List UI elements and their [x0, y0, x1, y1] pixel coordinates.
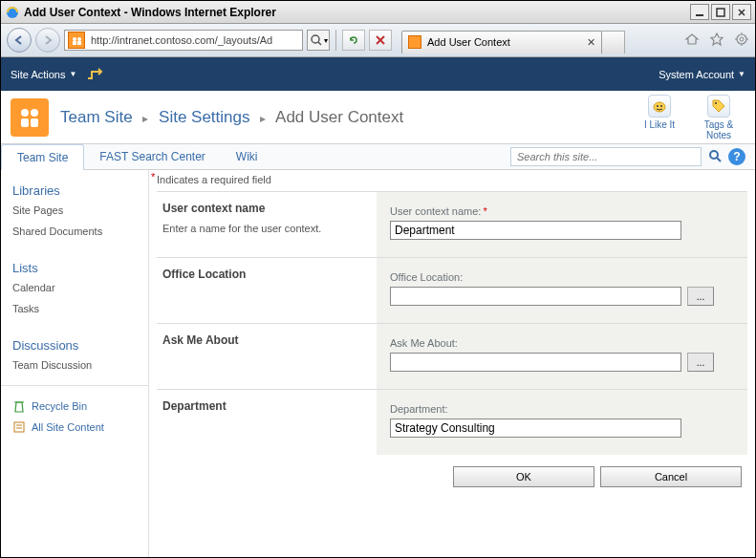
- office-location-browse[interactable]: ...: [687, 287, 714, 306]
- section-ask-me-about: Ask Me About Ask Me About: ...: [157, 323, 747, 389]
- chevron-down-icon: ▼: [738, 70, 745, 78]
- site-logo[interactable]: [11, 98, 49, 137]
- svg-point-5: [73, 37, 76, 41]
- nav-team-discussion[interactable]: Team Discussion: [1, 354, 148, 376]
- site-actions-menu[interactable]: Site Actions ▼: [11, 69, 76, 80]
- browser-tab[interactable]: Add User Context ✕: [401, 31, 602, 54]
- tags-icon: [707, 95, 730, 118]
- close-button[interactable]: [732, 4, 751, 20]
- svg-point-26: [715, 102, 717, 104]
- tab-label: Add User Context: [427, 36, 510, 48]
- nav-calendar[interactable]: Calendar: [1, 277, 148, 298]
- user-context-name-input[interactable]: [390, 221, 681, 240]
- field-label: Office Location:: [390, 271, 734, 283]
- field-label: Ask Me About:: [390, 337, 734, 349]
- search-url-button[interactable]: ▾: [307, 30, 330, 51]
- nav-site-pages[interactable]: Site Pages: [1, 200, 148, 221]
- section-title: User context name: [162, 202, 367, 215]
- svg-point-6: [77, 37, 81, 41]
- back-button[interactable]: [7, 28, 32, 53]
- field-label: Department:: [390, 403, 734, 415]
- tags-button[interactable]: Tags & Notes: [696, 95, 742, 140]
- ask-me-about-browse[interactable]: ...: [687, 353, 714, 372]
- svg-rect-21: [21, 118, 29, 127]
- navigate-up-icon[interactable]: [86, 67, 103, 82]
- tab-strip: Add User Context ✕: [401, 28, 669, 54]
- section-office-location: Office Location Office Location: ...: [157, 257, 747, 323]
- maximize-button[interactable]: [711, 4, 730, 20]
- section-desc: Enter a name for the user context.: [162, 223, 367, 234]
- nav-lists-head[interactable]: Lists: [1, 255, 148, 277]
- home-icon[interactable]: [684, 32, 700, 49]
- like-icon: [648, 95, 671, 118]
- department-input[interactable]: [390, 418, 681, 438]
- nav-discussions-head[interactable]: Discussions: [1, 333, 148, 354]
- forward-button[interactable]: [35, 28, 60, 53]
- ok-button[interactable]: OK: [453, 466, 594, 487]
- site-actions-label: Site Actions: [11, 69, 65, 80]
- svg-point-9: [312, 35, 319, 43]
- tab-team-site[interactable]: Team Site: [1, 144, 84, 171]
- office-location-input[interactable]: [390, 287, 681, 306]
- ie-icon: [5, 5, 20, 20]
- nav-libraries-head[interactable]: Libraries: [1, 178, 148, 200]
- button-row: OK Cancel: [149, 455, 755, 499]
- breadcrumb-sep: ▸: [142, 112, 148, 125]
- new-tab-button[interactable]: [602, 31, 625, 54]
- tab-fast-search[interactable]: FAST Search Center: [84, 143, 221, 170]
- nav-shared-documents[interactable]: Shared Documents: [1, 221, 148, 242]
- section-user-context-name: User context name Enter a name for the u…: [157, 191, 747, 257]
- favorites-icon[interactable]: [709, 32, 724, 49]
- tab-close-button[interactable]: ✕: [587, 36, 595, 49]
- svg-line-28: [717, 158, 721, 161]
- titlebar: Add User Context - Windows Internet Expl…: [1, 1, 755, 24]
- window-title: Add User Context - Windows Internet Expl…: [24, 6, 688, 19]
- section-title: Office Location: [162, 268, 367, 281]
- section-title: Department: [162, 399, 367, 413]
- svg-point-19: [21, 109, 29, 117]
- svg-point-24: [657, 105, 659, 107]
- top-navigation: Team Site FAST Search Center Wiki ?: [1, 143, 755, 170]
- tab-wiki[interactable]: Wiki: [221, 143, 273, 170]
- nav-tasks[interactable]: Tasks: [1, 298, 148, 319]
- recycle-icon: [12, 399, 26, 413]
- svg-point-25: [660, 105, 662, 107]
- breadcrumb-teamsite[interactable]: Team Site: [60, 108, 133, 126]
- site-favicon: [68, 32, 85, 49]
- svg-rect-22: [31, 118, 38, 127]
- nav-recycle-bin[interactable]: Recycle Bin: [1, 396, 148, 417]
- refresh-button[interactable]: [342, 30, 365, 51]
- breadcrumb-settings[interactable]: Site Settings: [159, 108, 249, 126]
- chevron-down-icon: ▼: [69, 70, 76, 78]
- cancel-button[interactable]: Cancel: [600, 466, 742, 487]
- svg-point-13: [737, 34, 746, 44]
- ribbon: Site Actions ▼ System Account ▼: [1, 57, 755, 91]
- user-label: System Account: [659, 69, 734, 80]
- social-actions: I Like It Tags & Notes: [637, 95, 742, 140]
- content: *Indicates a required field User context…: [149, 170, 755, 557]
- svg-point-20: [31, 109, 38, 117]
- user-menu[interactable]: System Account ▼: [659, 69, 745, 80]
- nav-bar: http://intranet.contoso.com/_layouts/Ad …: [1, 24, 755, 57]
- ask-me-about-input[interactable]: [390, 353, 681, 372]
- required-hint: *Indicates a required field: [157, 174, 747, 191]
- section-department: Department Department:: [157, 389, 747, 455]
- svg-rect-1: [696, 14, 703, 16]
- help-icon[interactable]: ?: [728, 148, 745, 165]
- search-go-icon[interactable]: [707, 148, 723, 165]
- minimize-button[interactable]: [690, 4, 709, 20]
- breadcrumb: Team Site ▸ Site Settings ▸ Add User Con…: [60, 108, 637, 127]
- svg-rect-30: [14, 422, 24, 432]
- svg-line-10: [318, 42, 321, 45]
- quick-launch: Libraries Site Pages Shared Documents Li…: [1, 170, 149, 557]
- all-content-icon: [12, 420, 26, 434]
- stop-button[interactable]: [369, 30, 392, 51]
- nav-all-content[interactable]: All Site Content: [1, 417, 148, 438]
- address-bar[interactable]: http://intranet.contoso.com/_layouts/Ad: [64, 30, 303, 51]
- like-button[interactable]: I Like It: [637, 95, 682, 140]
- breadcrumb-current: Add User Context: [275, 108, 403, 126]
- site-search-input[interactable]: [510, 147, 702, 166]
- svg-point-14: [740, 37, 744, 41]
- tools-icon[interactable]: [734, 32, 749, 49]
- field-label: User context name:: [390, 205, 481, 217]
